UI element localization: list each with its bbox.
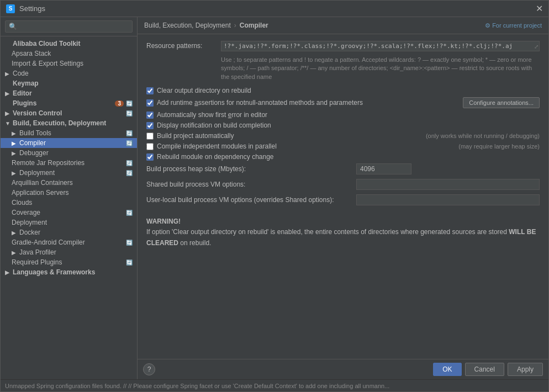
rebuild-dependency-row: Rebuild module on dependency change — [146, 153, 540, 161]
sidebar-item-arquillian[interactable]: Arquillian Containers — [1, 178, 137, 188]
warning-title: WARNING! — [146, 216, 540, 227]
sidebar-item-gradle-android[interactable]: Gradle-Android Compiler 🔄 — [1, 237, 137, 247]
bottom-bar: ? OK Cancel Apply — [138, 359, 548, 379]
app-icon: S — [6, 4, 15, 13]
sidebar-item-code[interactable]: ▶ Code — [1, 68, 137, 78]
arrow-icon: ▶ — [5, 91, 12, 97]
compile-parallel-row: Compile independent modules in parallel … — [146, 142, 540, 150]
sidebar-item-deployment[interactable]: ▶ Deployment 🔄 — [1, 168, 137, 178]
sync-icon: 🔄 — [126, 240, 133, 246]
for-project-label: ⚙ For current project — [485, 22, 542, 29]
user-local-vm-row: User-local build process VM options (ove… — [146, 194, 540, 205]
rebuild-dependency-checkbox[interactable] — [146, 153, 154, 161]
clear-output-label: Clear output directory on rebuild — [157, 87, 540, 94]
settings-window: S Settings ✕ Alibaba Cloud Toolkit Apsar… — [0, 0, 549, 392]
main-panel: Build, Execution, Deployment › Compiler … — [138, 17, 548, 379]
breadcrumb-separator: › — [234, 22, 236, 29]
shared-vm-label: Shared build process VM options: — [146, 181, 356, 188]
sidebar-item-languages[interactable]: ▶ Languages & Frameworks — [1, 267, 137, 277]
arrow-icon: ▶ — [12, 140, 18, 146]
resource-patterns-label: Resource patterns: — [146, 41, 221, 50]
sync-icon: 🔄 — [126, 140, 133, 146]
close-button[interactable]: ✕ — [536, 3, 543, 14]
sidebar-item-app-servers[interactable]: Application Servers — [1, 188, 137, 198]
sidebar-item-required-plugins[interactable]: Required Plugins 🔄 — [1, 257, 137, 267]
sidebar-item-keymap[interactable]: Keymap — [1, 78, 137, 88]
display-notification-label: Display notification on build completion — [157, 121, 540, 129]
compile-parallel-label: Compile independent modules in parallel — [157, 142, 455, 150]
breadcrumb: Build, Execution, Deployment › Compiler … — [138, 17, 548, 34]
resource-patterns-input[interactable] — [221, 41, 540, 51]
sidebar: Alibaba Cloud Toolkit Apsara Stack Impor… — [1, 17, 138, 379]
warning-box: WARNING! If option 'Clear output directo… — [146, 216, 540, 248]
add-runtime-row: Add runtime assertions for notnull-annot… — [146, 97, 540, 108]
shared-vm-input[interactable] — [356, 179, 540, 190]
sync-icon: 🔄 — [126, 210, 133, 216]
sidebar-item-alibaba-cloud-toolkit[interactable]: Alibaba Cloud Toolkit — [1, 39, 137, 49]
display-notification-row: Display notification on build completion — [146, 121, 540, 129]
sidebar-item-editor[interactable]: ▶ Editor — [1, 88, 137, 98]
auto-show-error-row: Automatically show first error in editor — [146, 111, 540, 119]
build-auto-note: (only works while not running / debuggin… — [426, 133, 540, 139]
ok-button[interactable]: OK — [433, 363, 461, 376]
build-auto-row: Build project automatically (only works … — [146, 132, 540, 140]
sync-icon: 🔄 — [126, 160, 133, 166]
user-local-vm-input[interactable] — [356, 194, 540, 205]
help-button[interactable]: ? — [143, 363, 155, 375]
add-runtime-label: Add runtime assertions for notnull-annot… — [157, 99, 460, 107]
warning-text: If option 'Clear output directory on reb… — [146, 227, 540, 248]
build-auto-checkbox[interactable] — [146, 133, 154, 140]
arrow-icon: ▼ — [5, 120, 12, 126]
clear-output-row: Clear output directory on rebuild — [146, 87, 540, 94]
status-bar: Unmapped Spring configuration files foun… — [1, 379, 548, 391]
sidebar-item-coverage[interactable]: Coverage 🔄 — [1, 208, 137, 218]
sync-icon: 🔄 — [126, 170, 133, 176]
compile-parallel-checkbox[interactable] — [146, 143, 154, 150]
auto-show-error-checkbox[interactable] — [146, 112, 154, 119]
rebuild-dependency-label: Rebuild module on dependency change — [157, 153, 540, 161]
resource-input-wrap: ⤢ — [221, 41, 540, 51]
user-local-vm-label: User-local build process VM options (ove… — [146, 196, 356, 204]
arrow-icon: ▶ — [5, 269, 12, 276]
heap-size-row: Build process heap size (Mbytes): — [146, 163, 540, 174]
expand-icon[interactable]: ⤢ — [534, 43, 539, 49]
arrow-icon: ▶ — [12, 230, 18, 236]
search-box — [1, 17, 137, 36]
resource-patterns-row: Resource patterns: ⤢ — [146, 41, 540, 51]
heap-size-label: Build process heap size (Mbytes): — [146, 165, 356, 173]
display-notification-checkbox[interactable] — [146, 122, 154, 129]
sidebar-item-compiler[interactable]: ▶ Compiler 🔄 — [1, 138, 137, 148]
arrow-icon: ▶ — [5, 110, 12, 116]
configure-annotations-button[interactable]: Configure annotations... — [463, 97, 540, 108]
sidebar-item-deployment2[interactable]: Deployment — [1, 218, 137, 227]
add-runtime-checkbox[interactable] — [146, 99, 154, 107]
sync-icon: 🔄 — [126, 100, 133, 107]
cancel-button[interactable]: Cancel — [465, 363, 504, 376]
sidebar-tree: Alibaba Cloud Toolkit Apsara Stack Impor… — [1, 36, 137, 379]
sidebar-item-java-profiler[interactable]: ▶ Java Profiler — [1, 247, 137, 257]
auto-show-error-label: Automatically show first error in editor — [157, 111, 540, 119]
window-title: Settings — [19, 4, 45, 13]
clear-output-checkbox[interactable] — [146, 87, 154, 94]
sync-icon: 🔄 — [126, 130, 133, 136]
sidebar-item-build-tools[interactable]: ▶ Build Tools 🔄 — [1, 128, 137, 138]
arrow-icon: ▶ — [12, 130, 18, 136]
shared-vm-row: Shared build process VM options: — [146, 179, 540, 190]
sidebar-item-version-control[interactable]: ▶ Version Control 🔄 — [1, 108, 137, 118]
sidebar-item-remote-jar[interactable]: Remote Jar Repositories 🔄 — [1, 158, 137, 168]
sidebar-item-debugger[interactable]: ▶ Debugger — [1, 148, 137, 158]
breadcrumb-part1: Build, Execution, Deployment — [144, 22, 231, 29]
sidebar-item-build-execution[interactable]: ▼ Build, Execution, Deployment — [1, 118, 137, 128]
arrow-icon: ▶ — [12, 150, 18, 156]
sidebar-item-plugins[interactable]: Plugins 3 🔄 — [1, 98, 137, 108]
sidebar-item-docker[interactable]: ▶ Docker — [1, 227, 137, 237]
breadcrumb-current: Compiler — [240, 22, 268, 29]
heap-size-input[interactable] — [356, 163, 411, 174]
sidebar-item-clouds[interactable]: Clouds — [1, 198, 137, 208]
sidebar-item-import-export[interactable]: Import & Export Settings — [1, 59, 137, 68]
resource-hint: Use ; to separate patterns and ! to nega… — [221, 56, 540, 81]
sidebar-item-apsara-stack[interactable]: Apsara Stack — [1, 49, 137, 59]
search-input[interactable] — [5, 20, 133, 33]
build-auto-label: Build project automatically — [157, 132, 423, 140]
apply-button[interactable]: Apply — [508, 363, 543, 376]
